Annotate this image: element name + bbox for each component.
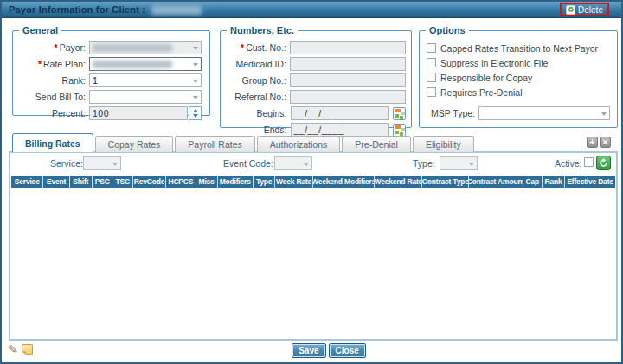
percent-input[interactable]: 100 bbox=[89, 106, 188, 120]
chevron-down-icon bbox=[112, 163, 118, 166]
rank-label: Rank: bbox=[18, 75, 86, 86]
spinner-up-icon bbox=[193, 109, 198, 112]
column-header-weekend-rate[interactable]: Weekend Rate bbox=[375, 176, 422, 188]
option-row: Responsible for Copay bbox=[427, 72, 610, 83]
send-bill-to-select[interactable] bbox=[89, 90, 202, 104]
begins-value: __/__/____ bbox=[294, 108, 344, 118]
rate-plan-select[interactable] bbox=[89, 57, 202, 71]
rate-plan-value-redacted bbox=[93, 61, 172, 68]
referral-no-row: Referral No.: bbox=[226, 90, 406, 104]
msp-type-select[interactable] bbox=[478, 106, 610, 120]
tab-billing-rates[interactable]: Billing Rates bbox=[12, 133, 93, 152]
footer-buttons: Save Close bbox=[2, 343, 621, 358]
refresh-button[interactable] bbox=[596, 156, 611, 170]
requires-pre-denial-checkbox[interactable] bbox=[427, 87, 436, 97]
tab-authorizations[interactable]: Authorizations bbox=[257, 136, 341, 152]
service-select[interactable] bbox=[83, 156, 121, 170]
close-button[interactable]: Close bbox=[329, 343, 366, 358]
calendar-icon[interactable] bbox=[393, 107, 406, 120]
begins-input[interactable]: __/__/____ bbox=[291, 106, 389, 120]
required-marker: * bbox=[38, 59, 42, 69]
rates-table-body bbox=[11, 188, 615, 338]
add-button[interactable]: + bbox=[587, 137, 598, 148]
column-header-rank[interactable]: Rank bbox=[543, 176, 565, 188]
referral-no-label: Referral No.: bbox=[226, 92, 286, 102]
rank-row: Rank: 1 bbox=[18, 73, 204, 87]
column-header-effective-date[interactable]: Effective Date bbox=[565, 176, 615, 188]
percent-spinner[interactable] bbox=[189, 106, 202, 120]
rates-table-header: Service Event Shift PSC TSC RevCode HCPC… bbox=[11, 176, 615, 188]
column-header-week-rate[interactable]: Week Rate bbox=[275, 176, 312, 188]
msp-type-label: MSP Type: bbox=[431, 108, 475, 118]
rank-select[interactable]: 1 bbox=[89, 73, 202, 87]
medicaid-id-row: Medicaid ID: bbox=[226, 57, 406, 71]
option-row: Requires Pre-Denial bbox=[427, 86, 610, 98]
group-no-input[interactable] bbox=[290, 73, 406, 87]
payor-information-dialog: Payor Information for Client : ♻ Delete … bbox=[0, 0, 623, 364]
chevron-down-icon bbox=[193, 47, 198, 50]
tab-eligibility[interactable]: Eligibility bbox=[413, 136, 474, 152]
tab-copay-rates[interactable]: Copay Rates bbox=[95, 136, 174, 152]
chevron-down-icon bbox=[193, 80, 198, 83]
chevron-down-icon bbox=[193, 63, 198, 67]
panel-buttons: + × bbox=[587, 137, 611, 148]
column-header-tsc[interactable]: TSC bbox=[112, 176, 132, 188]
percent-value: 100 bbox=[93, 108, 109, 118]
column-header-service[interactable]: Service bbox=[11, 176, 43, 188]
payor-select[interactable] bbox=[89, 41, 202, 54]
event-code-select[interactable] bbox=[274, 156, 312, 170]
tab-pre-denial[interactable]: Pre-Denial bbox=[342, 136, 411, 152]
type-select[interactable] bbox=[440, 156, 478, 170]
option-label: Responsible for Copay bbox=[440, 73, 532, 83]
close-panel-button[interactable]: × bbox=[600, 137, 611, 148]
option-label: Suppress in Electronic File bbox=[440, 58, 548, 68]
chevron-down-icon bbox=[193, 96, 198, 99]
payor-label: *Payor: bbox=[18, 42, 86, 53]
cust-no-input[interactable] bbox=[290, 41, 406, 54]
service-filter-label: Service: bbox=[50, 158, 83, 169]
options-section: Options Capped Rates Transition to Next … bbox=[419, 30, 618, 128]
save-button[interactable]: Save bbox=[292, 343, 325, 358]
msp-type-row: MSP Type: bbox=[420, 106, 610, 120]
column-header-type[interactable]: Type bbox=[254, 176, 276, 188]
referral-no-input[interactable] bbox=[290, 90, 406, 104]
payor-value-redacted bbox=[93, 44, 172, 52]
general-legend: General bbox=[19, 25, 61, 35]
suppress-electronic-file-checkbox[interactable] bbox=[427, 58, 436, 67]
rank-value: 1 bbox=[93, 75, 98, 86]
active-checkbox[interactable] bbox=[584, 157, 594, 167]
group-no-label: Group No.: bbox=[226, 75, 286, 86]
column-header-contract-type[interactable]: Contract Type bbox=[422, 176, 469, 188]
cust-no-row: *Cust. No.: bbox=[226, 41, 406, 54]
column-header-shift[interactable]: Shift bbox=[70, 176, 93, 188]
column-header-contract-amount[interactable]: Contract Amount bbox=[469, 176, 523, 188]
rate-plan-row: *Rate Plan: bbox=[18, 57, 204, 71]
medicaid-id-label: Medicaid ID: bbox=[226, 59, 286, 69]
column-header-hcpcs[interactable]: HCPCS bbox=[166, 176, 196, 188]
send-bill-to-label: Send Bill To: bbox=[18, 92, 86, 102]
column-header-weekend-modifiers[interactable]: Weekend Modifiers bbox=[313, 176, 375, 188]
delete-button[interactable]: ♻ Delete bbox=[566, 5, 603, 15]
column-header-revcode[interactable]: RevCode bbox=[133, 176, 166, 188]
column-header-cap[interactable]: Cap bbox=[523, 176, 543, 188]
percent-label: Percent: bbox=[18, 108, 86, 118]
cust-no-label: *Cust. No.: bbox=[226, 42, 286, 53]
chevron-down-icon bbox=[601, 112, 607, 116]
column-header-psc[interactable]: PSC bbox=[93, 176, 112, 188]
options-legend: Options bbox=[426, 25, 469, 35]
refresh-icon bbox=[599, 158, 608, 168]
option-row: Suppress in Electronic File bbox=[427, 57, 610, 68]
capped-rates-checkbox[interactable] bbox=[427, 43, 436, 53]
general-section: General *Payor: *Rate Plan: Rank: 1 Send… bbox=[12, 30, 210, 116]
rates-tab-bar: Billing Rates Copay Rates Payroll Rates … bbox=[12, 133, 476, 152]
tab-payroll-rates[interactable]: Payroll Rates bbox=[175, 136, 254, 152]
rate-plan-label: *Rate Plan: bbox=[18, 59, 86, 69]
responsible-for-copay-checkbox[interactable] bbox=[427, 73, 436, 82]
column-header-modifiers[interactable]: Modifiers bbox=[218, 176, 254, 188]
medicaid-id-input[interactable] bbox=[290, 57, 406, 71]
spinner-down-icon bbox=[193, 114, 198, 118]
column-header-event[interactable]: Event bbox=[43, 176, 69, 188]
payor-row: *Payor: bbox=[18, 41, 204, 54]
numbers-legend: Numbers, Etc. bbox=[227, 25, 298, 35]
column-header-misc[interactable]: Misc bbox=[196, 176, 218, 188]
